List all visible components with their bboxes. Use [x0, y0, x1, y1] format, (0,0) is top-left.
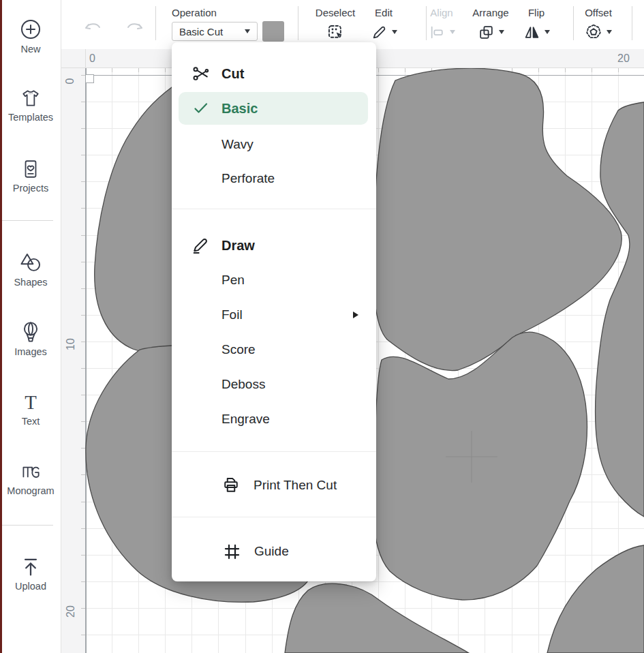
ruler-ticks-left [81, 75, 85, 653]
toolbar-divider [155, 6, 156, 40]
sidebar-item-label: Images [0, 346, 61, 357]
sidebar-item-label: Projects [0, 183, 61, 194]
deselect-label: Deselect [308, 7, 363, 20]
edit-label: Edit [360, 7, 408, 20]
menu-item-cut[interactable]: Cut [172, 58, 376, 89]
menu-item-score[interactable]: Score [172, 334, 376, 365]
menu-divider [172, 517, 376, 517]
chevron-down-icon [499, 30, 504, 34]
menu-item-wavy[interactable]: Wavy [172, 129, 376, 160]
offset-button[interactable]: Offset [577, 7, 620, 42]
operation-menu: Cut Basic Wavy Perforate Draw Pen Foil S… [172, 42, 376, 581]
menu-item-print-then-cut[interactable]: Print Then Cut [172, 470, 376, 501]
scissors-icon [191, 64, 211, 83]
ruler-tick-label: 20 [617, 52, 630, 65]
chevron-down-icon [607, 30, 612, 34]
text-icon: T [20, 391, 42, 413]
edit-pencil-icon [371, 24, 388, 41]
offset-icon [585, 23, 602, 41]
menu-item-deboss[interactable]: Deboss [172, 369, 376, 400]
operation-select[interactable]: Basic Cut [172, 22, 258, 41]
petal-center[interactable] [374, 332, 587, 600]
petal-bottom-right[interactable] [547, 545, 644, 653]
sidebar-divider [0, 525, 53, 526]
check-icon [192, 100, 210, 117]
sidebar-item-label: Shapes [0, 277, 61, 288]
deselect-icon [326, 23, 345, 42]
submenu-arrow-icon [353, 312, 358, 318]
sidebar-item-label: New [0, 44, 61, 55]
align-label: Align [418, 7, 465, 20]
sidebar-item-label: Monogram [0, 485, 61, 496]
sidebar-item-templates[interactable]: Templates [0, 87, 61, 123]
deselect-button[interactable]: Deselect [308, 7, 363, 42]
flip-button[interactable]: Flip [512, 7, 560, 42]
ruler-tick-label: 10 [65, 338, 77, 350]
shapes-icon [19, 251, 42, 274]
toolbar-divider [573, 6, 574, 40]
sidebar-item-projects[interactable]: Projects [0, 158, 61, 194]
plus-circle-icon [19, 18, 42, 41]
sidebar-item-label: Upload [0, 581, 61, 592]
guide-frame-icon [223, 543, 241, 561]
chevron-down-icon [545, 30, 550, 34]
menu-item-guide[interactable]: Guide [172, 536, 376, 567]
toolbar-divider [632, 6, 632, 40]
toolbar-divider [298, 6, 298, 40]
redo-button[interactable] [123, 19, 146, 40]
sidebar-item-images[interactable]: Images [0, 320, 61, 357]
align-button: Align [418, 7, 465, 42]
project-card-icon [20, 158, 42, 180]
monogram-icon [18, 461, 43, 483]
flip-icon [523, 24, 540, 41]
ruler-tick-label: 0 [64, 78, 76, 85]
flip-label: Flip [512, 7, 560, 20]
menu-item-foil[interactable]: Foil [172, 299, 376, 331]
menu-item-draw[interactable]: Draw [172, 230, 376, 261]
chevron-down-icon [245, 29, 250, 33]
left-edge-accent [0, 0, 2, 653]
color-swatch[interactable] [262, 21, 284, 42]
offset-label: Offset [577, 7, 620, 20]
chevron-down-icon [392, 30, 397, 34]
operation-label: Operation [172, 7, 217, 18]
menu-item-pen[interactable]: Pen [172, 264, 376, 296]
sidebar-divider [0, 220, 53, 221]
sidebar-item-shapes[interactable]: Shapes [0, 251, 61, 288]
ruler-tick-label: 20 [65, 605, 77, 618]
sidebar-item-monogram[interactable]: Monogram [0, 461, 61, 496]
sidebar-item-text[interactable]: T Text [0, 391, 61, 427]
sidebar-item-label: Templates [0, 112, 61, 123]
operation-select-value: Basic Cut [179, 26, 241, 37]
balloon-icon [19, 320, 42, 344]
petal-top-right[interactable] [373, 68, 622, 370]
menu-item-basic-selected[interactable]: Basic [179, 92, 368, 125]
ruler-tick-label: 0 [89, 52, 95, 65]
menu-item-engrave[interactable]: Engrave [172, 404, 376, 435]
svg-text:T: T [25, 391, 37, 413]
edit-button[interactable]: Edit [360, 7, 408, 42]
printer-icon [221, 476, 241, 495]
arrange-label: Arrange [465, 7, 516, 20]
sidebar-item-upload[interactable]: Upload [0, 555, 61, 592]
align-icon [429, 24, 446, 41]
draw-pencil-icon [191, 236, 210, 255]
menu-divider [172, 451, 376, 452]
tshirt-icon [20, 87, 42, 109]
upload-icon [19, 555, 42, 578]
sidebar-item-new[interactable]: New [0, 18, 61, 55]
undo-button[interactable] [82, 19, 105, 40]
petal-right-edge[interactable] [595, 102, 644, 517]
sidebar: New Templates Projects Shapes [0, 0, 61, 653]
menu-divider [172, 209, 376, 209]
sidebar-item-label: Text [0, 416, 61, 427]
arrange-button[interactable]: Arrange [465, 7, 516, 42]
chevron-down-icon [450, 30, 455, 34]
menu-item-perforate[interactable]: Perforate [172, 163, 376, 194]
arrange-icon [478, 24, 495, 41]
